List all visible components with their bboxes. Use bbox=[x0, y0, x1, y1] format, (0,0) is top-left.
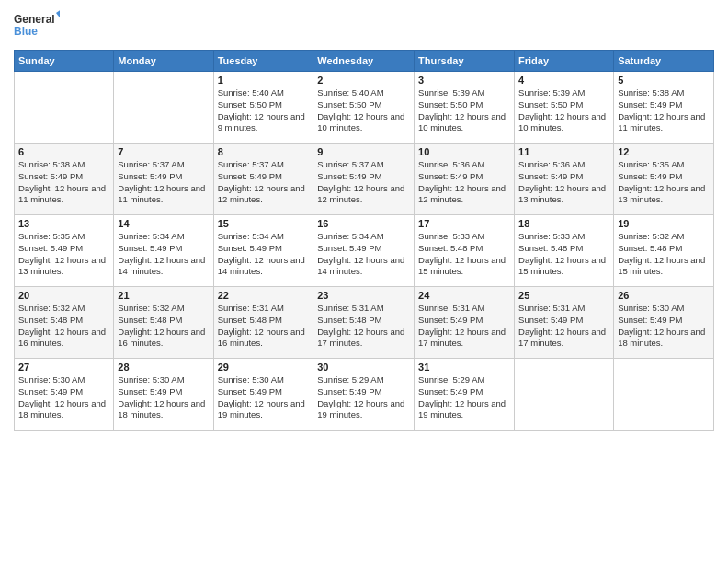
logo: General Blue bbox=[14, 9, 60, 42]
day-cell: 10Sunrise: 5:36 AM Sunset: 5:49 PM Dayli… bbox=[415, 144, 515, 215]
day-cell: 12Sunrise: 5:35 AM Sunset: 5:49 PM Dayli… bbox=[614, 144, 714, 215]
day-number: 20 bbox=[18, 290, 109, 301]
weekday-header-tuesday: Tuesday bbox=[213, 51, 313, 72]
day-info: Sunrise: 5:37 AM Sunset: 5:49 PM Dayligh… bbox=[218, 159, 310, 206]
day-number: 4 bbox=[518, 75, 609, 86]
day-number: 30 bbox=[317, 362, 410, 373]
day-info: Sunrise: 5:39 AM Sunset: 5:50 PM Dayligh… bbox=[418, 87, 510, 134]
day-info: Sunrise: 5:35 AM Sunset: 5:49 PM Dayligh… bbox=[18, 231, 109, 278]
day-number: 6 bbox=[18, 146, 109, 157]
day-cell: 7Sunrise: 5:37 AM Sunset: 5:49 PM Daylig… bbox=[114, 144, 213, 215]
day-cell: 8Sunrise: 5:37 AM Sunset: 5:49 PM Daylig… bbox=[213, 144, 313, 215]
day-number: 10 bbox=[418, 146, 510, 157]
day-cell: 15Sunrise: 5:34 AM Sunset: 5:49 PM Dayli… bbox=[213, 215, 313, 287]
day-cell: 6Sunrise: 5:38 AM Sunset: 5:49 PM Daylig… bbox=[15, 144, 114, 215]
calendar: SundayMondayTuesdayWednesdayThursdayFrid… bbox=[14, 50, 714, 431]
day-number: 22 bbox=[218, 290, 310, 301]
day-cell: 11Sunrise: 5:36 AM Sunset: 5:49 PM Dayli… bbox=[515, 144, 614, 215]
day-info: Sunrise: 5:40 AM Sunset: 5:50 PM Dayligh… bbox=[317, 87, 410, 134]
day-cell: 2Sunrise: 5:40 AM Sunset: 5:50 PM Daylig… bbox=[313, 72, 415, 144]
header: General Blue bbox=[14, 9, 714, 42]
day-cell: 21Sunrise: 5:32 AM Sunset: 5:48 PM Dayli… bbox=[114, 287, 213, 359]
day-number: 3 bbox=[418, 75, 510, 86]
day-info: Sunrise: 5:36 AM Sunset: 5:49 PM Dayligh… bbox=[518, 159, 609, 206]
day-info: Sunrise: 5:30 AM Sunset: 5:49 PM Dayligh… bbox=[618, 303, 710, 350]
day-cell bbox=[15, 72, 114, 144]
day-info: Sunrise: 5:31 AM Sunset: 5:48 PM Dayligh… bbox=[218, 303, 310, 350]
day-info: Sunrise: 5:31 AM Sunset: 5:48 PM Dayligh… bbox=[317, 303, 410, 350]
day-info: Sunrise: 5:30 AM Sunset: 5:49 PM Dayligh… bbox=[118, 374, 209, 421]
day-cell: 4Sunrise: 5:39 AM Sunset: 5:50 PM Daylig… bbox=[515, 72, 614, 144]
page: General Blue SundayMondayTuesdayWednesda… bbox=[0, 0, 728, 563]
day-info: Sunrise: 5:29 AM Sunset: 5:49 PM Dayligh… bbox=[317, 374, 410, 421]
day-number: 7 bbox=[118, 146, 209, 157]
calendar-body: 1Sunrise: 5:40 AM Sunset: 5:50 PM Daylig… bbox=[15, 72, 714, 431]
day-info: Sunrise: 5:38 AM Sunset: 5:49 PM Dayligh… bbox=[18, 159, 109, 206]
day-number: 16 bbox=[317, 218, 410, 229]
weekday-header-friday: Friday bbox=[515, 51, 614, 72]
day-number: 2 bbox=[317, 75, 410, 86]
day-cell: 18Sunrise: 5:33 AM Sunset: 5:48 PM Dayli… bbox=[515, 215, 614, 287]
weekday-header-saturday: Saturday bbox=[614, 51, 714, 72]
day-info: Sunrise: 5:32 AM Sunset: 5:48 PM Dayligh… bbox=[618, 231, 710, 278]
weekday-header-sunday: Sunday bbox=[15, 51, 114, 72]
day-cell: 29Sunrise: 5:30 AM Sunset: 5:49 PM Dayli… bbox=[213, 359, 313, 431]
day-info: Sunrise: 5:40 AM Sunset: 5:50 PM Dayligh… bbox=[218, 87, 310, 134]
day-number: 21 bbox=[118, 290, 209, 301]
day-cell: 19Sunrise: 5:32 AM Sunset: 5:48 PM Dayli… bbox=[614, 215, 714, 287]
day-cell bbox=[614, 359, 714, 431]
weekday-header-monday: Monday bbox=[114, 51, 213, 72]
day-cell bbox=[114, 72, 213, 144]
day-number: 27 bbox=[18, 362, 109, 373]
day-info: Sunrise: 5:30 AM Sunset: 5:49 PM Dayligh… bbox=[218, 374, 310, 421]
week-row-3: 13Sunrise: 5:35 AM Sunset: 5:49 PM Dayli… bbox=[15, 215, 714, 287]
day-info: Sunrise: 5:29 AM Sunset: 5:49 PM Dayligh… bbox=[418, 374, 510, 421]
day-cell: 16Sunrise: 5:34 AM Sunset: 5:49 PM Dayli… bbox=[313, 215, 415, 287]
day-number: 25 bbox=[518, 290, 609, 301]
day-cell: 13Sunrise: 5:35 AM Sunset: 5:49 PM Dayli… bbox=[15, 215, 114, 287]
svg-marker-2 bbox=[56, 9, 60, 20]
day-info: Sunrise: 5:37 AM Sunset: 5:49 PM Dayligh… bbox=[118, 159, 209, 206]
day-cell: 1Sunrise: 5:40 AM Sunset: 5:50 PM Daylig… bbox=[213, 72, 313, 144]
day-number: 12 bbox=[618, 146, 710, 157]
weekday-row: SundayMondayTuesdayWednesdayThursdayFrid… bbox=[15, 51, 714, 72]
day-cell: 27Sunrise: 5:30 AM Sunset: 5:49 PM Dayli… bbox=[15, 359, 114, 431]
svg-text:General: General bbox=[14, 13, 55, 26]
day-cell: 30Sunrise: 5:29 AM Sunset: 5:49 PM Dayli… bbox=[313, 359, 415, 431]
day-number: 13 bbox=[18, 218, 109, 229]
day-number: 14 bbox=[118, 218, 209, 229]
day-info: Sunrise: 5:34 AM Sunset: 5:49 PM Dayligh… bbox=[317, 231, 410, 278]
day-cell: 28Sunrise: 5:30 AM Sunset: 5:49 PM Dayli… bbox=[114, 359, 213, 431]
week-row-4: 20Sunrise: 5:32 AM Sunset: 5:48 PM Dayli… bbox=[15, 287, 714, 359]
day-info: Sunrise: 5:35 AM Sunset: 5:49 PM Dayligh… bbox=[618, 159, 710, 206]
day-info: Sunrise: 5:36 AM Sunset: 5:49 PM Dayligh… bbox=[418, 159, 510, 206]
day-info: Sunrise: 5:34 AM Sunset: 5:49 PM Dayligh… bbox=[118, 231, 209, 278]
day-info: Sunrise: 5:31 AM Sunset: 5:49 PM Dayligh… bbox=[418, 303, 510, 350]
day-cell: 23Sunrise: 5:31 AM Sunset: 5:48 PM Dayli… bbox=[313, 287, 415, 359]
day-number: 8 bbox=[218, 146, 310, 157]
day-cell: 26Sunrise: 5:30 AM Sunset: 5:49 PM Dayli… bbox=[614, 287, 714, 359]
day-number: 18 bbox=[518, 218, 609, 229]
day-number: 9 bbox=[317, 146, 410, 157]
day-info: Sunrise: 5:39 AM Sunset: 5:50 PM Dayligh… bbox=[518, 87, 609, 134]
logo-svg: General Blue bbox=[14, 9, 60, 42]
day-number: 24 bbox=[418, 290, 510, 301]
calendar-header: SundayMondayTuesdayWednesdayThursdayFrid… bbox=[15, 51, 714, 72]
day-cell: 14Sunrise: 5:34 AM Sunset: 5:49 PM Dayli… bbox=[114, 215, 213, 287]
day-number: 19 bbox=[618, 218, 710, 229]
week-row-2: 6Sunrise: 5:38 AM Sunset: 5:49 PM Daylig… bbox=[15, 144, 714, 215]
day-number: 1 bbox=[218, 75, 310, 86]
day-info: Sunrise: 5:34 AM Sunset: 5:49 PM Dayligh… bbox=[218, 231, 310, 278]
day-info: Sunrise: 5:31 AM Sunset: 5:49 PM Dayligh… bbox=[518, 303, 609, 350]
day-number: 31 bbox=[418, 362, 510, 373]
day-number: 17 bbox=[418, 218, 510, 229]
day-cell: 31Sunrise: 5:29 AM Sunset: 5:49 PM Dayli… bbox=[415, 359, 515, 431]
day-cell: 5Sunrise: 5:38 AM Sunset: 5:49 PM Daylig… bbox=[614, 72, 714, 144]
day-cell: 9Sunrise: 5:37 AM Sunset: 5:49 PM Daylig… bbox=[313, 144, 415, 215]
day-number: 5 bbox=[618, 75, 710, 86]
day-info: Sunrise: 5:32 AM Sunset: 5:48 PM Dayligh… bbox=[18, 303, 109, 350]
week-row-1: 1Sunrise: 5:40 AM Sunset: 5:50 PM Daylig… bbox=[15, 72, 714, 144]
day-info: Sunrise: 5:30 AM Sunset: 5:49 PM Dayligh… bbox=[18, 374, 109, 421]
day-cell: 20Sunrise: 5:32 AM Sunset: 5:48 PM Dayli… bbox=[15, 287, 114, 359]
svg-text:Blue: Blue bbox=[14, 25, 38, 38]
